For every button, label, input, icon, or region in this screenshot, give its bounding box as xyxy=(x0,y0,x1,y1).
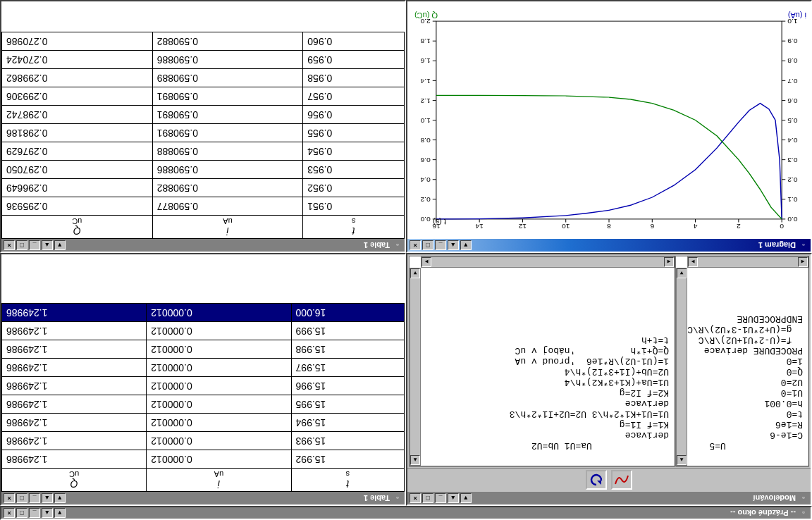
column-header: iuA xyxy=(152,216,303,239)
table-cell: 0.000012 xyxy=(147,359,291,377)
table-cell: 0.270424 xyxy=(2,51,153,69)
svg-text:0.3: 0.3 xyxy=(787,156,798,164)
max-button[interactable]: □ xyxy=(16,493,27,503)
column-header: ts xyxy=(303,216,405,239)
x-axis-label: t (s) xyxy=(433,218,446,226)
toolbar-curve-button[interactable] xyxy=(611,471,632,490)
table-cell: 0.000012 xyxy=(147,395,291,414)
svg-text:0: 0 xyxy=(780,223,784,230)
scrollbar-horizontal[interactable]: ◀ ▶ xyxy=(421,256,675,268)
up-button[interactable]: ▴ xyxy=(42,508,53,518)
table-cell: 15.994 xyxy=(291,414,404,432)
scrollbar-horizontal[interactable]: ◀ ▶ xyxy=(687,256,808,268)
restore-button[interactable]: ▾ xyxy=(54,508,66,518)
table-cell: 0.000012 xyxy=(147,340,291,359)
scroll-up-icon[interactable]: ▲ xyxy=(410,455,420,465)
restore-button[interactable]: ▾ xyxy=(460,240,472,250)
data-table-upper[interactable]: tsiuAQuC 15.9920.0000121.24998615.9930.0… xyxy=(1,303,405,492)
scroll-right-icon[interactable]: ▶ xyxy=(422,257,431,267)
svg-text:0.8: 0.8 xyxy=(787,58,798,66)
table-row[interactable]: 0.9580.5908890.299862 xyxy=(2,69,405,87)
scroll-up-icon[interactable]: ▲ xyxy=(677,455,687,465)
table-row[interactable]: 15.9930.0000121.249986 xyxy=(2,432,405,450)
table-row[interactable]: 15.9980.0000121.249986 xyxy=(2,340,405,359)
table-row[interactable]: 0.9590.5908860.270424 xyxy=(2,51,405,69)
table-row[interactable]: 0.9570.5908910.299306 xyxy=(2,87,405,106)
table-cell: 0.953 xyxy=(303,161,405,179)
table-cell: 0.954 xyxy=(303,142,405,161)
min-button[interactable]: _ xyxy=(29,240,40,250)
table-row[interactable]: 15.9990.0000121.249986 xyxy=(2,322,405,340)
up-button[interactable]: ▴ xyxy=(42,240,53,250)
window-icon: ▫ xyxy=(393,240,402,250)
table-row[interactable]: 15.9970.0000121.249986 xyxy=(2,359,405,377)
table-row[interactable]: 0.9530.5908860.297050 xyxy=(2,161,405,179)
max-button[interactable]: □ xyxy=(16,240,27,250)
data-table-lower[interactable]: tsiuAQuC 0.9510.5908770.2959360.9520.590… xyxy=(1,32,405,239)
table-cell: 0.958 xyxy=(303,69,405,87)
table-cell: 1.249986 xyxy=(2,340,147,359)
toolbar-refresh-button[interactable] xyxy=(586,471,607,490)
scrollbar-vertical[interactable]: ▲ ▼ xyxy=(410,268,421,466)
svg-text:1.0: 1.0 xyxy=(420,117,431,125)
min-button[interactable]: _ xyxy=(29,508,40,518)
table-row[interactable]: 0.9550.5908910.298186 xyxy=(2,124,405,142)
table-row[interactable]: 16.0000.0000121.249986 xyxy=(2,304,405,322)
svg-text:0.5: 0.5 xyxy=(787,117,798,125)
restore-button[interactable]: ▾ xyxy=(54,240,66,250)
table-row[interactable]: 0.9540.5908880.297629 xyxy=(2,142,405,161)
window-icon: ▫ xyxy=(799,493,808,503)
scroll-down-icon[interactable]: ▼ xyxy=(677,268,687,278)
scroll-down-icon[interactable]: ▼ xyxy=(410,268,420,278)
scrollbar-vertical[interactable]: ▲ ▼ xyxy=(676,268,687,466)
table-row[interactable]: 15.9920.0000121.249986 xyxy=(2,450,405,469)
table-cell: 0.590889 xyxy=(152,69,303,87)
scroll-left-icon[interactable]: ◀ xyxy=(798,257,808,267)
up-button[interactable]: ▴ xyxy=(42,493,53,503)
close-button[interactable]: × xyxy=(4,240,15,250)
table-row[interactable]: 15.9940.0000121.249986 xyxy=(2,414,405,432)
table-row[interactable]: 0.9510.5908770.295936 xyxy=(2,197,405,216)
restore-button[interactable]: ▾ xyxy=(460,493,472,503)
table-row[interactable]: 15.9950.0000121.249986 xyxy=(2,395,405,414)
close-button[interactable]: × xyxy=(4,508,15,518)
close-button[interactable]: × xyxy=(410,493,421,503)
restore-button[interactable]: ▾ xyxy=(54,493,66,503)
table-cell: 0.590877 xyxy=(152,197,303,216)
code-right-pane[interactable]: Ua=U1 Ub=U2 derivace K1=f I1=g U1=U1+K1*… xyxy=(409,256,675,466)
min-button[interactable]: _ xyxy=(435,493,446,503)
table-cell: 0.590891 xyxy=(152,106,303,124)
table-upper-titlebar: ▫ Table 1 ▾ ▴ _ □ × xyxy=(1,492,405,504)
up-button[interactable]: ▴ xyxy=(448,493,459,503)
svg-text:0.8: 0.8 xyxy=(420,137,431,144)
table-row[interactable]: 0.9560.5908910.298742 xyxy=(2,106,405,124)
max-button[interactable]: □ xyxy=(422,493,433,503)
scroll-left-icon[interactable]: ◀ xyxy=(664,257,674,267)
scroll-right-icon[interactable]: ▶ xyxy=(688,257,698,267)
svg-text:10: 10 xyxy=(561,223,570,230)
table-cell: 0.299306 xyxy=(2,87,153,106)
table-cell: 15.999 xyxy=(291,322,404,340)
min-button[interactable]: _ xyxy=(435,240,446,250)
table-row[interactable]: 0.9600.5908820.270986 xyxy=(2,32,405,51)
table-cell: 0.590891 xyxy=(152,87,303,106)
table-row[interactable]: 15.9960.0000121.249986 xyxy=(2,377,405,395)
column-header: QuC xyxy=(2,469,147,492)
svg-text:1.4: 1.4 xyxy=(420,78,431,85)
max-button[interactable]: □ xyxy=(16,508,27,518)
table-row[interactable]: 0.9520.5908820.296649 xyxy=(2,179,405,197)
max-button[interactable]: □ xyxy=(422,240,433,250)
y-right-axis-label: Q (uC) xyxy=(414,11,438,20)
up-button[interactable]: ▴ xyxy=(448,240,459,250)
svg-text:0.0: 0.0 xyxy=(787,216,798,223)
table-cell: 0.297629 xyxy=(2,142,153,161)
code-left-pane[interactable]: U=5 C=1e-6 R=1e6 t=0 h=0.001 U1=0 U2=0 Q… xyxy=(675,256,809,466)
close-button[interactable]: × xyxy=(410,240,421,250)
y-left-axis-label: i (uA) xyxy=(788,11,806,20)
table-cell: 0.590882 xyxy=(152,179,303,197)
table-cell: 0.959 xyxy=(303,51,405,69)
table-cell: 1.249986 xyxy=(2,432,147,450)
svg-text:0.9: 0.9 xyxy=(787,37,797,45)
close-button[interactable]: × xyxy=(4,493,15,503)
min-button[interactable]: _ xyxy=(29,493,40,503)
